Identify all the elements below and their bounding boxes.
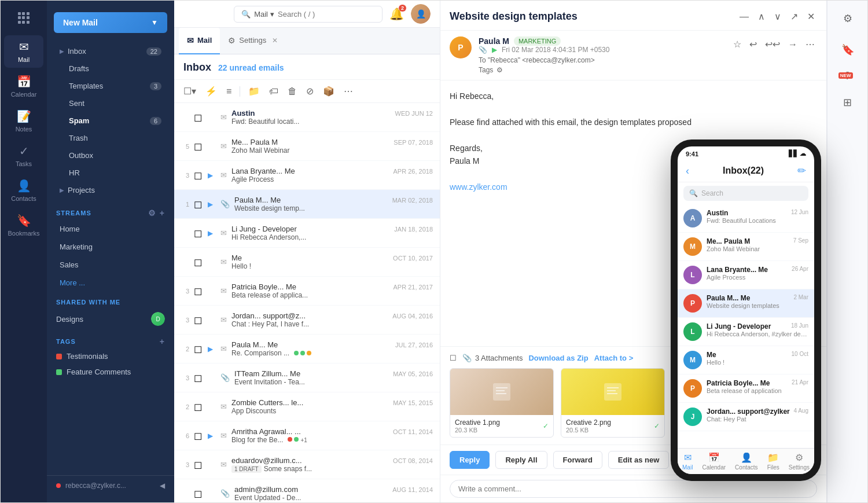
bookmark-panel-button[interactable]: 🔖 [837,39,859,61]
email-flag[interactable]: ▷ [208,142,216,150]
phone-search[interactable]: 🔍 Search [683,186,808,201]
edit-as-new-button[interactable]: Edit as new [608,451,670,469]
email-checkbox[interactable]: ☐ [194,315,203,325]
more-button[interactable]: ⋯ [341,83,355,99]
reading-close-button[interactable]: ✕ [805,9,817,24]
email-flag[interactable]: ▷ [208,374,216,382]
sidebar-item-marketing[interactable]: Marketing [50,238,171,255]
email-checkbox[interactable]: ☐ [194,229,203,238]
sort-button[interactable]: ≡ [224,84,234,99]
sidebar-item-inbox[interactable]: ▶ Inbox 22 [50,43,171,60]
reading-prev-button[interactable]: — [737,9,751,24]
email-row[interactable]: ☐ ▷ ✉ Austin WED JUN 12 Fwd: Beautiful l… [174,103,440,132]
email-flag[interactable]: ▶ [208,345,216,353]
sidebar-item-calendar[interactable]: 📅 Calendar [4,70,43,102]
email-checkbox[interactable]: ☐ [194,171,203,180]
sidebar-item-tasks[interactable]: ✓ Tasks [4,139,43,172]
tags-add-icon[interactable]: + [160,337,165,346]
phone-nav-contacts[interactable]: 👤 Contacts [735,452,757,471]
email-flag[interactable]: ▷ [208,461,216,469]
sidebar-item-projects[interactable]: ▶ Projects [50,182,171,199]
email-row[interactable]: 2 ☐ ▶ ✉ Paula M... Me JUL 27, 2016 Re. C… [174,335,440,364]
phone-email-row[interactable]: M Me 10 Oct Hello ! [678,346,814,375]
filter-button[interactable]: ⚡ [203,83,219,99]
archive-button[interactable]: 📦 [321,83,337,99]
email-checkbox[interactable]: ☐ [194,258,203,267]
sidebar-item-hr[interactable]: HR [50,164,171,181]
streams-configure-icon[interactable]: ⚙ [148,208,156,218]
sidebar-item-drafts[interactable]: Drafts [50,60,171,77]
email-checkbox[interactable]: ☐ [194,142,203,151]
attachment-item[interactable]: Creative 2.png 20.5 KB ✓ [561,368,665,438]
sidebar-item-bookmarks[interactable]: 🔖 Bookmarks [4,209,43,241]
sidebar-item-outbox[interactable]: Outbox [50,147,171,164]
email-checkbox[interactable]: ☐ [194,489,203,498]
search-scope[interactable]: Mail ▾ [254,10,274,19]
email-flag[interactable]: ▶ [208,200,216,208]
notification-button[interactable]: 🔔 2 [389,7,404,21]
email-row[interactable]: 2 ☐ ▷ ✉ Zombie Cutters... le... MAY 15, … [174,392,440,421]
email-checkbox[interactable]: ☐ [194,200,203,209]
reply-all-button[interactable]: Reply All [495,451,547,469]
sidebar-item-sent[interactable]: Sent [50,95,171,112]
sidebar-item-mail[interactable]: ✉ Mail [4,35,43,68]
new-mail-button[interactable]: New Mail ▼ [54,12,167,33]
streams-add-icon[interactable]: + [160,208,165,218]
folder-button[interactable]: 📁 [246,83,262,99]
phone-email-row[interactable]: J Jordan... support@zylker 4 Aug Chat: H… [678,403,814,431]
email-row[interactable]: ☐ ▷ 📎 admin@zillum.com AUG 11, 2014 Even… [174,479,440,502]
new-feature-button[interactable]: ? NEW [840,70,855,82]
download-zip-button[interactable]: Download as Zip [528,354,588,362]
email-checkbox[interactable]: ☐ [194,287,203,296]
email-link[interactable]: www.zylker.com [450,182,507,192]
phone-email-row[interactable]: A Austin 12 Jun Fwd: Beautiful Locations [678,204,814,233]
comment-input[interactable] [450,480,817,498]
email-checkbox[interactable]: ☐ [194,113,203,122]
email-row[interactable]: 5 ☐ ▷ ✉ Me... Paula M SEP 07, 2018 Zoho … [174,132,440,161]
reply-quick-button[interactable]: ↩ [747,36,759,52]
phone-email-row[interactable]: L Lana Bryante... Me 26 Apr Agile Proces… [678,261,814,289]
email-flag[interactable]: ▷ [208,490,216,498]
sidebar-item-templates[interactable]: Templates 3 [50,78,171,94]
email-flag[interactable]: ▷ [208,287,216,295]
email-flag[interactable]: ▶ [208,229,216,237]
email-row[interactable]: 6 ☐ ▶ ✉ Amritha Agrawal... ... OCT 11, 2… [174,421,440,450]
tab-settings[interactable]: ⚙ Settings ✕ [220,28,286,54]
email-row[interactable]: 3 ☐ ▷ ✉ Patricia Boyle... Me APR 21, 201… [174,277,440,306]
email-flag[interactable]: ▷ [208,316,216,324]
reading-expand-button[interactable]: ↗ [788,9,800,24]
star-button[interactable]: ☆ [731,36,744,52]
tab-mail[interactable]: ✉ Mail [179,28,220,54]
email-flag[interactable]: ▷ [208,258,216,266]
email-row[interactable]: 3 ☐ ▷ ✉ Jordan... support@z... AUG 04, 2… [174,306,440,335]
phone-nav-settings[interactable]: ⚙ Settings [789,452,810,471]
delete-button[interactable]: 🗑 [285,84,299,99]
user-avatar[interactable]: 👤 [411,4,431,24]
tag-feature-comments[interactable]: Feature Comments [47,364,174,380]
sidebar-item-sales[interactable]: Sales [50,256,171,273]
email-flag[interactable]: ▶ [208,432,216,440]
email-row[interactable]: ☐ ▶ ✉ Li Jung - Developer JAN 18, 2018 H… [174,219,440,248]
forward-button[interactable]: Forward [553,451,602,469]
select-all-button[interactable]: ☐▾ [181,83,198,99]
phone-back-button[interactable]: ‹ [686,165,689,177]
sidebar-item-trash[interactable]: Trash [50,130,171,146]
phone-email-row[interactable]: L Li Jung - Developer 18 Jun Hi Rebecca … [678,318,814,346]
email-flag[interactable]: ▷ [208,113,216,122]
unread-count[interactable]: 22 unread emails [218,63,284,72]
email-checkbox[interactable]: ☐ [194,460,203,469]
reading-up-button[interactable]: ∧ [756,9,767,24]
email-checkbox[interactable]: ☐ [194,373,203,383]
phone-email-row[interactable]: P Paula M... Me 2 Mar Website design tem… [678,289,814,318]
email-row[interactable]: ☐ ▷ ✉ Me OCT 10, 2017 Hello ! [174,248,440,277]
email-row[interactable]: 3 ☐ ▷ 📎 ITTeam Zillum... Me MAY 05, 2016… [174,364,440,392]
block-button[interactable]: ⊘ [304,83,316,99]
phone-email-row[interactable]: P Patricia Boyle... Me 21 Apr Beta relea… [678,375,814,403]
tag-testimonials[interactable]: Testimonials [47,348,174,364]
more-meta-button[interactable]: ⋯ [803,36,817,52]
expand-panel-button[interactable]: ⊞ [838,91,856,113]
email-checkbox[interactable]: ☐ [194,344,203,354]
phone-compose-button[interactable]: ✏ [797,164,806,177]
phone-nav-calendar[interactable]: 📅 Calendar [702,452,726,471]
sidebar-item-designs[interactable]: Designs D [47,308,174,330]
